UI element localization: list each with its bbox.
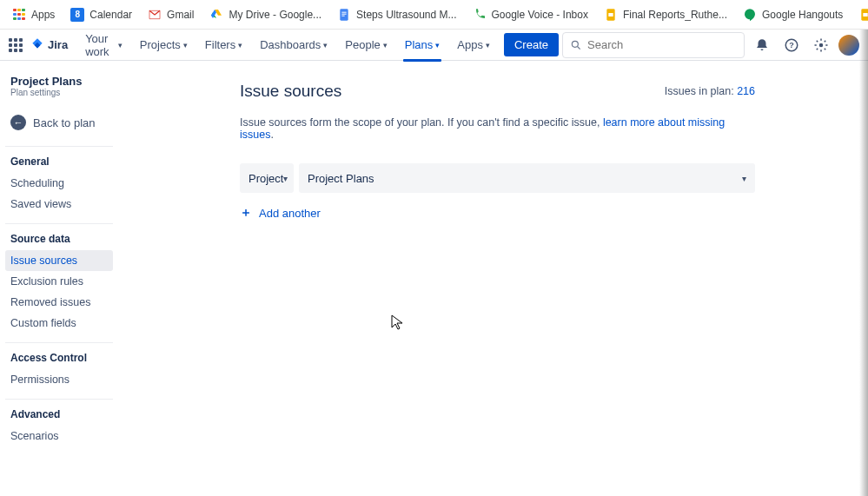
bookmark-calendar[interactable]: 8 Calendar xyxy=(63,4,139,25)
main-layout: Project Plans Plan settings ← Back to pl… xyxy=(0,61,868,496)
nav-people[interactable]: People▾ xyxy=(338,35,394,55)
svg-line-9 xyxy=(578,46,580,49)
app-switcher-icon xyxy=(9,38,23,52)
product-name: Jira xyxy=(48,38,68,51)
sidebar-group-source-data: Source data Issue sources Exclusion rule… xyxy=(5,223,113,334)
svg-text:?: ? xyxy=(789,41,794,50)
bookmark-docs[interactable]: Steps Ultrasound M... xyxy=(330,4,463,25)
chevron-down-icon: ▾ xyxy=(486,41,490,50)
sidebar-title: Project Plans xyxy=(0,75,118,88)
mouse-cursor-icon xyxy=(391,314,403,330)
voice-icon xyxy=(473,8,487,22)
issue-source-row: Project ▾ Project Plans ▾ xyxy=(240,163,755,193)
search-icon xyxy=(570,39,582,51)
sidebar-group-advanced: Advanced Scenarios xyxy=(5,399,113,446)
page-hint: Issue sources form the scope of your pla… xyxy=(240,116,755,141)
chevron-down-icon: ▾ xyxy=(742,174,746,183)
chevron-down-icon: ▾ xyxy=(283,174,288,183)
help-icon: ? xyxy=(784,37,799,53)
sidebar-item-exclusion-rules[interactable]: Exclusion rules xyxy=(5,271,113,292)
sidebar-item-custom-fields[interactable]: Custom fields xyxy=(5,313,113,334)
create-button[interactable]: Create xyxy=(504,33,559,56)
bookmark-slides-2[interactable]: Final Reports Proce... xyxy=(851,4,868,25)
nav-dashboards[interactable]: Dashboards▾ xyxy=(253,35,335,55)
sidebar-group-access-control: Access Control Permissions xyxy=(5,342,113,390)
chevron-down-icon: ▾ xyxy=(238,41,242,50)
sidebar-item-scheduling[interactable]: Scheduling xyxy=(5,173,113,194)
sidebar-group-label: Access Control xyxy=(5,352,113,369)
bookmark-slides-1[interactable]: Final Reports_Ruthe... xyxy=(597,4,734,25)
jira-logo-icon xyxy=(30,37,45,53)
issues-in-plan-count: Issues in plan: 216 xyxy=(665,85,755,97)
gear-icon xyxy=(813,37,829,53)
sidebar-item-saved-views[interactable]: Saved views xyxy=(5,194,113,215)
source-type-value: Project xyxy=(248,172,283,185)
app-navbar: Jira Your work▾ Projects▾ Filters▾ Dashb… xyxy=(0,30,868,61)
chevron-down-icon: ▾ xyxy=(118,41,123,50)
nav-plans[interactable]: Plans▾ xyxy=(398,35,447,55)
page-content: Issue sources Issues in plan: 216 Issue … xyxy=(118,61,868,496)
nav-apps[interactable]: Apps▾ xyxy=(450,35,497,55)
global-search[interactable] xyxy=(562,32,745,58)
back-arrow-icon: ← xyxy=(10,115,26,130)
back-label: Back to plan xyxy=(33,116,96,129)
sidebar-group-label: Source data xyxy=(5,233,113,250)
svg-rect-0 xyxy=(340,9,348,20)
browser-bookmarks-bar: Apps 8 Calendar Gmail My Drive - Google.… xyxy=(0,0,868,30)
app-switcher[interactable] xyxy=(9,35,23,56)
svg-rect-1 xyxy=(341,11,346,12)
chevron-down-icon: ▾ xyxy=(183,41,188,50)
svg-rect-2 xyxy=(341,13,346,14)
sidebar-item-removed-issues[interactable]: Removed issues xyxy=(5,292,113,313)
svg-rect-3 xyxy=(341,15,344,16)
sidebar-subtitle: Plan settings xyxy=(0,88,118,106)
nav-your-work[interactable]: Your work▾ xyxy=(78,29,129,62)
chevron-down-icon: ▾ xyxy=(435,41,440,50)
bookmark-label: Google Hangouts xyxy=(762,9,843,21)
calendar-icon: 8 xyxy=(70,8,84,22)
search-input[interactable] xyxy=(587,38,737,51)
source-type-select[interactable]: Project ▾ xyxy=(240,163,294,193)
bookmark-label: Gmail xyxy=(167,9,194,21)
bookmark-apps[interactable]: Apps xyxy=(5,4,62,25)
nav-projects[interactable]: Projects▾ xyxy=(133,35,195,55)
svg-rect-5 xyxy=(608,13,613,17)
bookmark-voice[interactable]: Google Voice - Inbox xyxy=(466,4,595,25)
bookmark-label: Final Reports_Ruthe... xyxy=(623,9,727,21)
help-button[interactable]: ? xyxy=(779,33,804,57)
sidebar-item-scenarios[interactable]: Scenarios xyxy=(5,426,113,446)
page-title: Issue sources xyxy=(240,82,341,101)
bookmark-gmail[interactable]: Gmail xyxy=(141,4,201,25)
drive-icon xyxy=(209,8,223,22)
docs-icon xyxy=(337,8,351,22)
bookmark-hangouts[interactable]: Google Hangouts xyxy=(736,4,850,25)
bookmark-label: Apps xyxy=(31,9,55,21)
add-another-label: Add another xyxy=(259,207,321,220)
bookmark-label: Calendar xyxy=(89,9,132,21)
notifications-button[interactable] xyxy=(750,33,774,57)
settings-button[interactable] xyxy=(809,33,833,57)
sidebar-item-permissions[interactable]: Permissions xyxy=(5,369,113,390)
svg-rect-7 xyxy=(864,13,868,17)
hangouts-icon xyxy=(743,8,757,22)
slides-icon xyxy=(858,8,868,22)
slides-icon xyxy=(604,8,618,22)
user-avatar[interactable] xyxy=(838,35,859,56)
svg-point-12 xyxy=(819,43,824,47)
apps-grid-icon xyxy=(12,8,26,22)
add-another-source[interactable]: ＋ Add another xyxy=(240,205,755,221)
sidebar-item-issue-sources[interactable]: Issue sources xyxy=(5,250,113,271)
bell-icon xyxy=(754,37,770,53)
bookmark-drive[interactable]: My Drive - Google... xyxy=(202,4,328,25)
plus-icon: ＋ xyxy=(240,205,252,221)
source-value-select[interactable]: Project Plans ▾ xyxy=(299,163,755,193)
jira-logo[interactable]: Jira xyxy=(30,37,68,53)
gmail-icon xyxy=(148,8,162,22)
bookmark-label: My Drive - Google... xyxy=(229,9,321,21)
nav-filters[interactable]: Filters▾ xyxy=(198,35,249,55)
sidebar-group-label: General xyxy=(5,155,113,173)
source-value: Project Plans xyxy=(308,172,374,185)
settings-sidebar: Project Plans Plan settings ← Back to pl… xyxy=(0,61,118,496)
bookmark-label: Steps Ultrasound M... xyxy=(356,9,456,21)
back-to-plan[interactable]: ← Back to plan xyxy=(0,109,118,136)
